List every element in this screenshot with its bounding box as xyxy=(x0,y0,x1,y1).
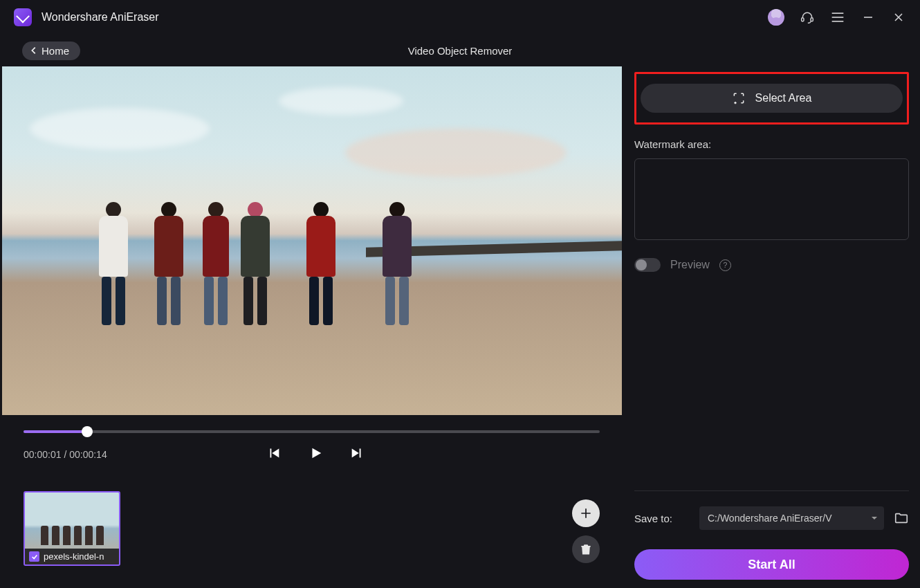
previous-button[interactable] xyxy=(266,445,282,463)
seek-progress xyxy=(24,430,87,433)
page-title: Video Object Remover xyxy=(408,45,513,57)
add-clip-button[interactable] xyxy=(572,499,600,527)
divider xyxy=(634,490,909,491)
home-button[interactable]: Home xyxy=(22,42,80,60)
menu-icon[interactable] xyxy=(830,10,845,25)
app-title: Wondershare AniEraser xyxy=(42,11,159,24)
thumbnail-checkbox[interactable] xyxy=(29,551,39,562)
save-to-label: Save to: xyxy=(634,513,690,524)
skip-previous-icon xyxy=(266,445,282,461)
clip-thumbnail[interactable]: pexels-kindel-n xyxy=(24,491,120,566)
time-display: 00:00:01 / 00:00:14 xyxy=(24,449,107,460)
editor-panel: 00:00:01 / 00:00:14 xyxy=(0,66,623,588)
minimize-icon[interactable] xyxy=(861,10,876,25)
play-button[interactable] xyxy=(308,445,323,463)
play-icon xyxy=(308,445,323,461)
chevron-left-icon xyxy=(29,46,39,55)
settings-panel: Select Area Watermark area: Preview ? Sa… xyxy=(623,66,920,588)
trash-icon xyxy=(579,542,593,556)
folder-icon xyxy=(894,511,909,526)
toggle-knob xyxy=(636,259,647,270)
save-path-value: C:/Wondershare AniEraser/V xyxy=(708,513,832,524)
preview-toggle[interactable] xyxy=(634,258,661,272)
start-all-button[interactable]: Start All xyxy=(634,549,909,580)
select-area-icon xyxy=(732,91,746,105)
next-button[interactable] xyxy=(349,445,365,463)
video-preview[interactable] xyxy=(2,66,622,415)
start-all-label: Start All xyxy=(748,558,795,572)
select-area-label: Select Area xyxy=(755,92,812,104)
close-icon[interactable] xyxy=(891,10,906,25)
thumbnail-filename: pexels-kindel-n xyxy=(44,551,104,562)
home-label: Home xyxy=(42,45,69,57)
chevron-down-icon xyxy=(870,514,878,522)
help-icon[interactable]: ? xyxy=(719,259,731,271)
user-avatar[interactable] xyxy=(768,9,784,26)
duration: 00:00:14 xyxy=(69,449,107,460)
titlebar: Wondershare AniEraser xyxy=(0,0,920,35)
preview-label: Preview xyxy=(670,259,710,271)
watermark-area-label: Watermark area: xyxy=(634,138,909,150)
delete-clip-button[interactable] xyxy=(572,535,600,563)
select-area-button[interactable]: Select Area xyxy=(641,84,903,113)
skip-next-icon xyxy=(349,445,365,461)
app-logo-icon xyxy=(14,8,32,26)
highlight-box: Select Area xyxy=(634,72,909,125)
support-headset-icon[interactable] xyxy=(800,10,815,25)
plus-icon xyxy=(579,506,593,520)
save-path-dropdown[interactable]: C:/Wondershare AniEraser/V xyxy=(699,506,884,530)
seek-thumb[interactable] xyxy=(82,426,93,437)
check-icon xyxy=(31,553,38,560)
browse-folder-button[interactable] xyxy=(894,511,909,526)
seek-bar[interactable] xyxy=(24,430,600,433)
current-time: 00:00:01 xyxy=(24,449,62,460)
watermark-area-list xyxy=(634,158,909,240)
subheader: Home Video Object Remover xyxy=(0,35,920,66)
